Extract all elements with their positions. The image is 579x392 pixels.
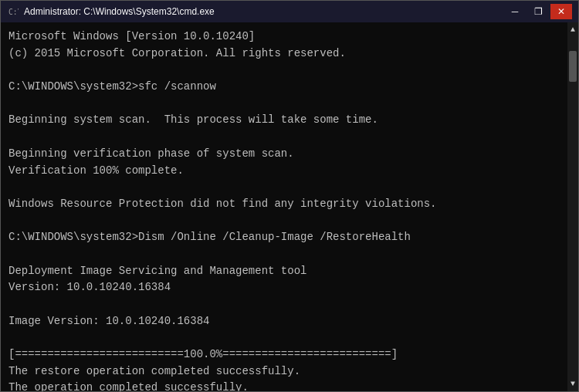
scroll-up-arrow[interactable]: ▲ <box>567 24 578 35</box>
terminal-line <box>8 246 560 263</box>
terminal-line: Verification 100% complete. <box>8 163 560 180</box>
terminal-line: (c) 2015 Microsoft Corporation. All righ… <box>8 46 560 63</box>
terminal-line: Beginning verification phase of system s… <box>8 146 560 163</box>
terminal-line: C:\WINDOWS\system32>Dism /Online /Cleanu… <box>8 229 560 246</box>
terminal-line <box>8 213 560 230</box>
close-button[interactable]: ✕ <box>550 4 572 19</box>
terminal-line: [==========================100.0%=======… <box>8 346 560 363</box>
terminal-line: Version: 10.0.10240.16384 <box>8 279 560 296</box>
window-title: Administrator: C:\Windows\System32\cmd.e… <box>24 6 215 17</box>
terminal-line <box>8 96 560 113</box>
terminal-line: The operation completed successfully. <box>8 380 560 391</box>
restore-button[interactable]: ❐ <box>527 4 549 19</box>
scrollbar[interactable]: ▲ ▼ <box>567 22 578 391</box>
svg-text:C:\: C:\ <box>8 8 19 16</box>
terminal-line: Beginning system scan. This process will… <box>8 112 560 129</box>
terminal-line <box>8 179 560 196</box>
terminal-line: Microsoft Windows [Version 10.0.10240] <box>8 29 560 46</box>
cmd-icon: C:\ <box>7 5 19 18</box>
minimize-button[interactable]: ─ <box>504 4 526 19</box>
cmd-window: C:\ Administrator: C:\Windows\System32\c… <box>0 0 579 392</box>
window-controls: ─ ❐ ✕ <box>504 4 572 19</box>
terminal-line <box>8 129 560 146</box>
terminal-line <box>8 62 560 79</box>
titlebar: C:\ Administrator: C:\Windows\System32\c… <box>1 1 578 22</box>
terminal-line: Deployment Image Servicing and Managemen… <box>8 263 560 280</box>
titlebar-left: C:\ Administrator: C:\Windows\System32\c… <box>7 5 215 18</box>
terminal-line: The restore operation completed successf… <box>8 363 560 380</box>
terminal-line: Windows Resource Protection did not find… <box>8 196 560 213</box>
terminal-line <box>8 329 560 346</box>
terminal-area[interactable]: Microsoft Windows [Version 10.0.10240](c… <box>1 22 567 391</box>
terminal-line <box>8 296 560 313</box>
terminal-line: Image Version: 10.0.10240.16384 <box>8 313 560 330</box>
scroll-down-arrow[interactable]: ▼ <box>567 378 578 390</box>
scrollbar-thumb[interactable] <box>569 51 577 82</box>
terminal-line: C:\WINDOWS\system32>sfc /scannow <box>8 79 560 96</box>
